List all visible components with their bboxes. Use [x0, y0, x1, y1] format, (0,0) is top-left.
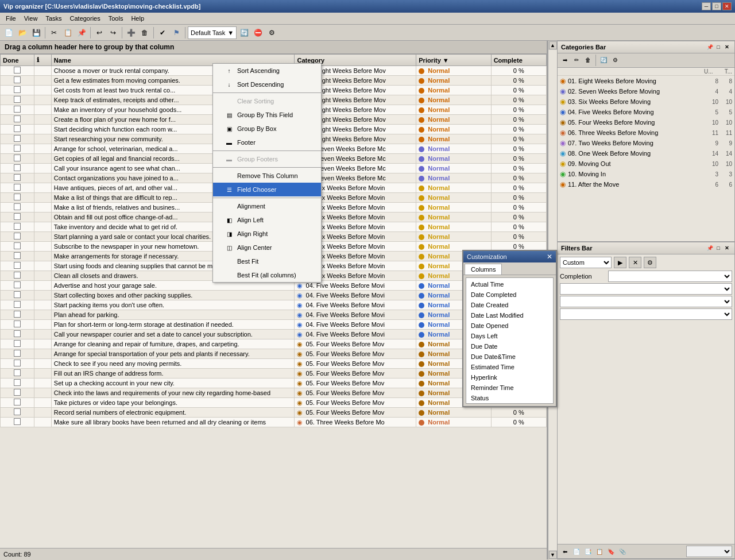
category-item[interactable]: ◉ 08. One Week Before Moving 14 14	[558, 148, 734, 159]
done-checkbox[interactable]	[14, 379, 21, 386]
rt-btn-1[interactable]: ⬅	[560, 546, 570, 557]
customization-column-item[interactable]: Due Date&Time	[467, 352, 552, 362]
check-button[interactable]: ✔	[156, 26, 169, 39]
category-item[interactable]: ◉ 09. Moving Out 10 10	[558, 159, 734, 169]
category-item[interactable]: ◉ 07. Two Weeks Before Moving 9 9	[558, 138, 734, 148]
scroll-up-btn[interactable]: ▲	[549, 41, 557, 49]
menu-view[interactable]: View	[21, 14, 41, 23]
done-checkbox[interactable]	[14, 389, 21, 396]
done-checkbox[interactable]	[14, 213, 21, 220]
customization-column-item[interactable]: Time Left	[467, 403, 552, 404]
done-checkbox[interactable]	[14, 330, 21, 337]
done-checkbox[interactable]	[14, 350, 21, 357]
done-checkbox[interactable]	[14, 96, 21, 103]
open-button[interactable]: 📂	[16, 26, 29, 39]
done-checkbox[interactable]	[14, 194, 21, 200]
ctx-item-best-fit-(all-columns)[interactable]: Best Fit (all columns)	[213, 268, 321, 282]
done-checkbox[interactable]	[14, 223, 21, 230]
paste-button[interactable]: 📌	[75, 26, 88, 39]
done-checkbox[interactable]	[14, 125, 21, 132]
filter-close-button[interactable]: ✕	[723, 244, 731, 252]
done-checkbox[interactable]	[14, 67, 21, 74]
customization-column-item[interactable]: Date Created	[467, 300, 552, 310]
copy-button[interactable]: 📋	[61, 26, 74, 39]
delete-task-button[interactable]: 🗑	[138, 26, 151, 39]
filter-clear-button[interactable]: ✕	[629, 257, 641, 268]
customization-column-item[interactable]: Hyperlink	[467, 372, 552, 383]
done-checkbox[interactable]	[14, 106, 21, 113]
rt-btn-5[interactable]: 🔖	[606, 546, 616, 557]
ctx-item-best-fit[interactable]: Best Fit	[213, 254, 321, 268]
done-checkbox[interactable]	[14, 145, 21, 152]
table-row[interactable]: Make sure all library books have been re…	[1, 418, 547, 427]
task-filter-dropdown[interactable]: Default Task ▼	[188, 26, 237, 39]
flag-button[interactable]: ⚑	[170, 26, 183, 39]
done-checkbox[interactable]	[14, 418, 21, 425]
undo-button[interactable]: ↩	[93, 26, 106, 39]
done-checkbox[interactable]	[14, 76, 21, 83]
menu-categories[interactable]: Categories	[67, 14, 104, 23]
col-header-complete[interactable]: Complete	[491, 55, 546, 66]
customization-close-button[interactable]: ✕	[547, 253, 552, 261]
ctx-item-field-chooser[interactable]: ☰ Field Chooser	[213, 183, 321, 196]
scroll-down-btn[interactable]: ▼	[549, 551, 557, 559]
customization-column-item[interactable]: Date Last Modified	[467, 310, 552, 320]
customization-column-item[interactable]: Days Left	[467, 331, 552, 341]
add-task-button[interactable]: ➕	[125, 26, 137, 39]
done-checkbox[interactable]	[14, 184, 21, 191]
category-item[interactable]: ◉ 06. Three Weeks Before Moving 11 11	[558, 128, 734, 138]
window-controls[interactable]: ─ □ ✕	[702, 2, 732, 10]
right-toolbar-dropdown[interactable]	[686, 546, 732, 557]
done-checkbox[interactable]	[14, 86, 21, 93]
done-checkbox[interactable]	[14, 408, 21, 415]
category-item[interactable]: ◉ 05. Four Weeks Before Moving 10 10	[558, 117, 734, 128]
done-checkbox[interactable]	[14, 301, 21, 308]
cat-settings-button[interactable]: ⚙	[610, 55, 620, 65]
ctx-item-group-by-box[interactable]: ▣ Group By Box	[213, 122, 321, 136]
filter-row5-dropdown[interactable]	[560, 308, 732, 320]
cat-edit-button[interactable]: ✏	[571, 55, 582, 65]
refresh-button[interactable]: 🔄	[238, 26, 250, 39]
done-checkbox[interactable]	[14, 291, 21, 298]
category-item[interactable]: ◉ 02. Seven Weeks Before Moving 4 4	[558, 86, 734, 96]
category-item[interactable]: ◉ 03. Six Weeks Before Moving 10 10	[558, 96, 734, 107]
ctx-item-sort-descending[interactable]: ↓ Sort Descending	[213, 78, 321, 91]
minimize-button[interactable]: ─	[702, 2, 711, 10]
col-header-done[interactable]: Done	[1, 55, 34, 66]
category-item[interactable]: ◉ 11. After the Move 6 6	[558, 179, 734, 190]
save-button[interactable]: 💾	[30, 26, 42, 39]
done-checkbox[interactable]	[14, 360, 21, 366]
customization-column-item[interactable]: Status	[467, 393, 552, 403]
categories-bar-controls[interactable]: 📌 □ ✕	[706, 43, 731, 51]
ctx-item-align-left[interactable]: ◧ Align Left	[213, 213, 321, 227]
done-checkbox[interactable]	[14, 369, 21, 376]
done-checkbox[interactable]	[14, 399, 21, 405]
customization-column-item[interactable]: Actual Time	[467, 279, 552, 289]
cat-delete-button[interactable]: 🗑	[583, 55, 593, 65]
category-item[interactable]: ◉ 10. Moving In 3 3	[558, 169, 734, 179]
done-checkbox[interactable]	[14, 340, 21, 347]
customization-column-item[interactable]: Date Opened	[467, 320, 552, 331]
done-checkbox[interactable]	[14, 320, 21, 327]
filter-preset-dropdown[interactable]: Custom	[560, 257, 612, 268]
cat-close-button[interactable]: ✕	[723, 43, 731, 51]
completion-dropdown[interactable]	[608, 271, 732, 282]
done-checkbox[interactable]	[14, 233, 21, 240]
ctx-item-sort-ascending[interactable]: ↑ Sort Ascending	[213, 64, 321, 78]
done-checkbox[interactable]	[14, 155, 21, 161]
customization-column-item[interactable]: Date Completed	[467, 289, 552, 300]
filters-bar-controls[interactable]: 📌 □ ✕	[706, 244, 731, 252]
category-item[interactable]: ◉ 01. Eight Weeks Before Moving 8 8	[558, 76, 734, 86]
rt-btn-3[interactable]: 📑	[583, 546, 593, 557]
filter-apply-button[interactable]: ▶	[614, 257, 626, 268]
done-checkbox[interactable]	[14, 272, 21, 279]
done-checkbox[interactable]	[14, 174, 21, 181]
ctx-item-footer[interactable]: ▬ Footer	[213, 136, 321, 149]
maximize-button[interactable]: □	[712, 2, 721, 10]
customization-column-item[interactable]: Due Date	[467, 341, 552, 352]
cat-float-button[interactable]: □	[714, 43, 722, 51]
ctx-item-alignment[interactable]: Alignment	[213, 199, 321, 213]
done-checkbox[interactable]	[14, 242, 21, 249]
col-header-info[interactable]: ℹ	[34, 55, 51, 66]
ctx-item-align-right[interactable]: ◨ Align Right	[213, 227, 321, 241]
